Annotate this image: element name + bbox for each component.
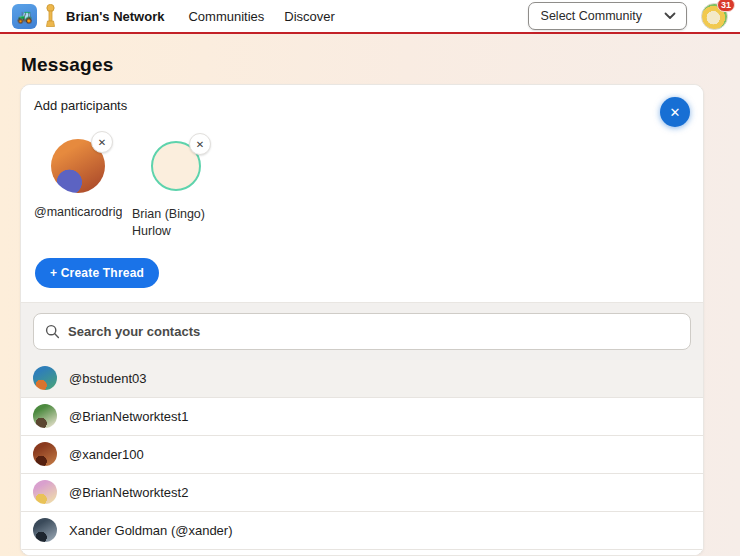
contact-label: @BrianNetworktest2 (69, 485, 188, 500)
participant-chip: ✕ @manticarodrigo (34, 139, 122, 240)
key-icon (45, 4, 56, 28)
remove-participant-button[interactable]: ✕ (189, 133, 211, 155)
user-avatar-wrap: 31 (701, 3, 728, 30)
participant-avatar-wrap: ✕ (51, 139, 105, 193)
add-participants-section: Add participants ✕ ✕ @manticarodrigo ✕ B… (21, 85, 703, 302)
contact-list: @bstudent03 @BrianNetworktest1 @xander10… (21, 360, 703, 556)
close-icon: ✕ (670, 105, 681, 120)
top-nav: Communities Discover (188, 9, 334, 24)
participant-label: Brian (Bingo) Hurlow (132, 206, 220, 240)
contact-row[interactable]: @Prachi (21, 550, 703, 556)
search-input[interactable] (68, 324, 679, 339)
network-title[interactable]: Brian's Network (66, 9, 164, 24)
contact-row[interactable]: @xander100 (21, 436, 703, 474)
notification-badge[interactable]: 31 (717, 0, 735, 12)
close-panel-button[interactable]: ✕ (660, 97, 690, 127)
contact-avatar (33, 366, 57, 390)
contact-avatar (33, 480, 57, 504)
contact-label: Xander Goldman (@xander) (69, 523, 233, 538)
community-select[interactable]: Select Community (528, 2, 687, 30)
nav-communities[interactable]: Communities (188, 9, 264, 24)
search-icon (45, 324, 60, 339)
contact-avatar (33, 404, 57, 428)
participant-avatar-wrap: ✕ (149, 141, 203, 195)
contact-avatar (33, 442, 57, 466)
nav-discover[interactable]: Discover (284, 9, 335, 24)
community-select-value: Select Community (541, 9, 642, 23)
chevron-down-icon (664, 12, 676, 20)
contact-row[interactable]: @BrianNetworktest2 (21, 474, 703, 512)
contact-row[interactable]: @BrianNetworktest1 (21, 398, 703, 436)
remove-icon: ✕ (98, 137, 106, 148)
contact-row[interactable]: Xander Goldman (@xander) (21, 512, 703, 550)
remove-participant-button[interactable]: ✕ (91, 131, 113, 153)
contact-label: @bstudent03 (69, 371, 147, 386)
page-title: Messages (0, 34, 740, 76)
top-bar: 🚜 Brian's Network Communities Discover S… (0, 0, 740, 34)
add-participants-label: Add participants (34, 98, 690, 113)
contact-search-section (21, 302, 703, 360)
create-thread-button[interactable]: + Create Thread (35, 258, 159, 288)
contact-avatar (33, 518, 57, 542)
participant-label: @manticarodrigo (34, 204, 122, 221)
construction-vehicle-icon: 🚜 (16, 10, 32, 23)
messages-page: Messages Add participants ✕ ✕ @manticaro… (0, 34, 740, 556)
new-message-panel: Add participants ✕ ✕ @manticarodrigo ✕ B… (20, 84, 704, 556)
network-app-icon[interactable]: 🚜 (12, 4, 37, 29)
top-bar-right: Select Community 31 (528, 2, 728, 30)
selected-participants: ✕ @manticarodrigo ✕ Brian (Bingo) Hurlow (34, 139, 690, 240)
remove-icon: ✕ (196, 139, 204, 150)
contact-row[interactable]: @bstudent03 (21, 360, 703, 398)
participant-chip: ✕ Brian (Bingo) Hurlow (132, 139, 220, 240)
contact-label: @BrianNetworktest1 (69, 409, 188, 424)
search-box (33, 313, 691, 350)
contact-label: @xander100 (69, 447, 144, 462)
